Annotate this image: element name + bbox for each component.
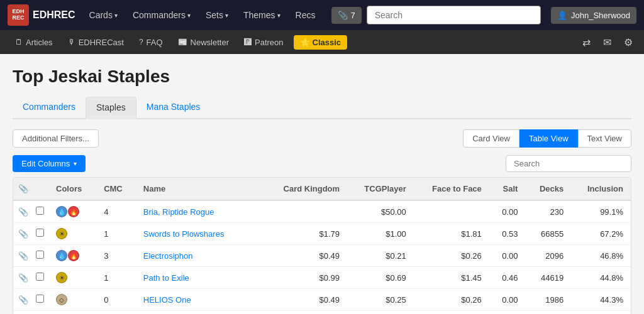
cell-name[interactable]: Path to Exile [136, 267, 264, 289]
card-link[interactable]: Path to Exile [143, 273, 189, 283]
edhrcast-icon: 🎙 [68, 38, 75, 46]
badge-count: 7 [350, 11, 355, 20]
nav-recs-label: Recs [296, 10, 316, 20]
card-link[interactable]: Swords to Plowshares [143, 229, 225, 239]
table-view-button[interactable]: Table View [519, 129, 578, 148]
brand-label: EDHREC [33, 9, 75, 21]
cell-inclusion: 67.2% [571, 223, 631, 245]
cell-clip[interactable]: 📎 [13, 267, 33, 289]
nav-sets[interactable]: Sets ▾ [199, 6, 235, 24]
text-view-button[interactable]: Text View [578, 129, 631, 148]
cell-card-kingdom: $0.49 [264, 311, 347, 315]
cell-salt: 0.00 [489, 245, 526, 267]
nav-sets-label: Sets [206, 10, 223, 20]
brand[interactable]: EDHREC EDHREC [8, 4, 75, 26]
cell-tcgplayer: $0.21 [347, 245, 414, 267]
cell-checkbox[interactable] [33, 311, 48, 315]
sub-nav-patreon[interactable]: 🅿 Patreon [236, 34, 291, 51]
nav-recs[interactable]: Recs [289, 6, 322, 24]
cell-clip[interactable]: 📎 [13, 311, 33, 315]
nav-commanders[interactable]: Commanders ▾ [126, 6, 197, 24]
edit-columns-button[interactable]: Edit Columns ▾ [13, 155, 86, 172]
row-checkbox[interactable] [36, 251, 44, 259]
email-icon[interactable]: ✉ [599, 34, 615, 51]
table-row: 📎 ☀ 1 Path to Exile $0.99 $0.69 $1.45 0.… [13, 267, 631, 289]
row-checkbox[interactable] [36, 273, 44, 281]
card-link[interactable]: Electrosiphon [143, 251, 193, 261]
classic-badge[interactable]: ⭐ Classic [294, 35, 348, 50]
cell-cmc: 1 [96, 267, 136, 289]
cell-clip[interactable]: 📎 [13, 245, 33, 267]
cell-name[interactable]: Bria, Riptide Rogue [136, 200, 264, 223]
row-checkbox[interactable] [36, 229, 44, 237]
settings-icon[interactable]: ⚙ [620, 34, 636, 51]
sub-nav-newsletter[interactable]: 📰 Newsletter [170, 34, 236, 51]
card-link[interactable]: Bria, Riptide Rogue [143, 207, 214, 217]
tab-mana-staples[interactable]: Mana Staples [136, 97, 211, 119]
sub-nav-articles[interactable]: 🗒 Articles [8, 34, 60, 51]
cell-inclusion: 46.8% [571, 245, 631, 267]
col-cmc: CMC [96, 178, 136, 200]
tab-commanders[interactable]: Commanders [13, 97, 86, 119]
tabs-container: Commanders Staples Mana Staples [13, 97, 631, 119]
cell-checkbox[interactable] [33, 267, 48, 289]
cell-name[interactable]: Electrosiphon [136, 245, 264, 267]
card-view-button[interactable]: Card View [463, 129, 519, 148]
nav-themes-arrow: ▾ [277, 12, 280, 19]
sub-nav-faq[interactable]: ? FAQ [131, 34, 170, 51]
tab-commanders-label: Commanders [23, 102, 75, 112]
nav-search-container: 📎 7 [331, 6, 541, 24]
nav-themes[interactable]: Themes ▾ [237, 6, 287, 24]
cell-name[interactable]: Swords to Plowshares [136, 223, 264, 245]
cell-decks: 2096 [525, 245, 571, 267]
row-checkbox[interactable] [36, 295, 44, 303]
cell-checkbox[interactable] [33, 289, 48, 311]
cell-colors: ☀ [48, 267, 96, 289]
row-checkbox[interactable] [36, 207, 44, 215]
cell-clip[interactable]: 📎 [13, 223, 33, 245]
user-button[interactable]: 👤 John_Sherwood [551, 7, 636, 24]
card-link[interactable]: HELIOS One [143, 295, 191, 305]
badge-button[interactable]: 📎 7 [331, 7, 361, 24]
cell-name[interactable]: Automated Assembly Line [136, 311, 264, 315]
cell-face-to-face: $1.45 [414, 267, 489, 289]
cell-name[interactable]: HELIOS One [136, 289, 264, 311]
cell-inclusion: 44.3% [571, 289, 631, 311]
table-search-input[interactable] [506, 155, 631, 172]
classic-label: Classic [313, 38, 341, 47]
nav-commanders-arrow: ▾ [187, 12, 191, 19]
cell-colors: 💧🔥 [48, 200, 96, 223]
cell-cmc: 4 [96, 200, 136, 223]
cell-salt: 0.00 [489, 311, 526, 315]
table-toolbar: Edit Columns ▾ [13, 155, 631, 172]
cell-inclusion: 44.8% [571, 267, 631, 289]
col-decks: Decks [525, 178, 571, 200]
additional-filters-button[interactable]: Additional Filters... [13, 129, 99, 148]
tab-staples[interactable]: Staples [86, 97, 136, 119]
cell-salt: 0.53 [489, 223, 526, 245]
cell-cmc: 0 [96, 289, 136, 311]
col-card-kingdom: Card Kingdom [264, 178, 347, 200]
cell-checkbox[interactable] [33, 245, 48, 267]
newsletter-icon: 📰 [178, 38, 187, 46]
main-content: Top Jeskai Staples Commanders Staples Ma… [0, 54, 644, 314]
nav-search-input[interactable] [367, 6, 541, 24]
cell-checkbox[interactable] [33, 223, 48, 245]
brand-icon: EDHREC [8, 4, 29, 26]
cell-clip[interactable]: 📎 [13, 200, 33, 223]
nav-themes-label: Themes [243, 10, 275, 20]
cell-checkbox[interactable] [33, 200, 48, 223]
cell-colors: ☀ [48, 311, 96, 315]
cell-clip[interactable]: 📎 [13, 289, 33, 311]
faq-icon: ? [139, 38, 143, 46]
shuffle-icon[interactable]: ⇄ [579, 34, 594, 51]
sub-nav-edhrcast[interactable]: 🎙 EDHRECast [60, 34, 131, 51]
nav-cards[interactable]: Cards ▾ [83, 6, 124, 24]
nav-sets-arrow: ▾ [225, 12, 228, 19]
data-table: 📎 Colors CMC Name Card Kingdom TCGPlayer… [13, 178, 631, 314]
cell-decks: 66855 [525, 223, 571, 245]
tab-staples-label: Staples [96, 102, 126, 112]
user-label: John_Sherwood [571, 11, 630, 20]
nav-cards-label: Cards [89, 10, 113, 20]
cell-tcgplayer: $50.00 [347, 200, 414, 223]
